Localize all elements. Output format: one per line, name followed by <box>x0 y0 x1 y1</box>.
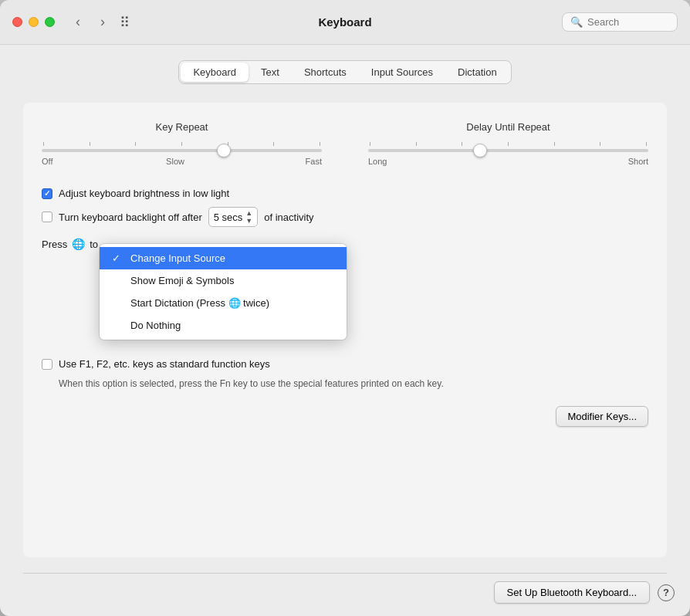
dropdown-item-label: Start Dictation (Press 🌐 twice) <box>130 297 269 309</box>
modifier-keys-button[interactable]: Modifier Keys... <box>556 406 648 427</box>
dropdown-item-label: Change Input Source <box>130 252 225 264</box>
key-repeat-fast-label: Fast <box>306 157 322 166</box>
delay-repeat-label: Delay Until Repeat <box>466 121 550 133</box>
delay-repeat-sublabels: Long Short <box>368 157 648 166</box>
tab-dictation[interactable]: Dictation <box>445 63 509 82</box>
nav-buttons: ‹ › <box>67 12 113 33</box>
sliders-row: Key Repeat <box>42 121 648 166</box>
globe-icon: 🌐 <box>72 238 85 250</box>
backlight-suffix: of inactivity <box>264 212 313 223</box>
delay-long-label: Long <box>368 157 387 166</box>
key-repeat-ticks <box>42 142 322 146</box>
key-repeat-track-container <box>42 142 322 152</box>
press-suffix: to <box>90 239 98 250</box>
tick <box>43 142 44 146</box>
delay-repeat-ticks <box>368 142 648 146</box>
stepper-arrows[interactable]: ▲ ▼ <box>245 209 252 225</box>
check-icon: ✓ <box>112 252 124 264</box>
stepper-down-icon[interactable]: ▼ <box>245 217 252 225</box>
backlight-prefix: Turn keyboard backlight off after <box>59 212 202 223</box>
key-repeat-slow-label: Slow <box>166 157 184 166</box>
search-box[interactable]: 🔍 <box>562 12 678 32</box>
tick <box>273 142 274 146</box>
press-prefix: Press <box>42 239 67 250</box>
key-repeat-off-label: Off <box>42 157 52 166</box>
dropdown-item-show-emoji[interactable]: Show Emoji & Symbols <box>100 269 347 292</box>
key-repeat-slider[interactable] <box>42 149 322 152</box>
dropdown-item-do-nothing[interactable]: Do Nothing <box>100 314 347 337</box>
traffic-lights <box>12 17 55 27</box>
f1-checkbox[interactable] <box>42 359 52 370</box>
close-button[interactable] <box>12 17 22 27</box>
tab-input-sources[interactable]: Input Sources <box>359 63 445 82</box>
brightness-label: Adjust keyboard brightness in low light <box>59 188 229 199</box>
search-icon: 🔍 <box>570 16 583 28</box>
f1-label: Use F1, F2, etc. keys as standard functi… <box>59 358 270 370</box>
tab-bar: Keyboard Text Shortcuts Input Sources Di… <box>23 60 667 84</box>
brightness-checkbox[interactable] <box>42 188 52 199</box>
backlight-stepper[interactable]: 5 secs ▲ ▼ <box>208 207 259 227</box>
help-button[interactable]: ? <box>658 584 675 601</box>
titlebar: ‹ › ⠿ Keyboard 🔍 <box>0 0 690 45</box>
main-window: ‹ › ⠿ Keyboard 🔍 Keyboard Text Shortcuts… <box>0 0 690 616</box>
tick <box>600 142 600 146</box>
press-globe-row: Press 🌐 to ✓ Change Input Source Show Em… <box>42 238 648 250</box>
footer: Set Up Bluetooth Keyboard... ? <box>0 574 690 616</box>
tick <box>462 142 462 146</box>
dropdown-item-label: Do Nothing <box>130 320 181 331</box>
tick <box>320 142 320 146</box>
dropdown-item-change-input[interactable]: ✓ Change Input Source <box>100 247 347 269</box>
backlight-row: Turn keyboard backlight off after 5 secs… <box>42 207 648 227</box>
tab-keyboard[interactable]: Keyboard <box>181 63 249 82</box>
maximize-button[interactable] <box>45 17 55 27</box>
bluetooth-keyboard-button[interactable]: Set Up Bluetooth Keyboard... <box>494 581 650 604</box>
tick <box>135 142 136 146</box>
forward-button[interactable]: › <box>92 12 113 33</box>
key-repeat-sublabels: Off Slow Fast <box>42 157 322 166</box>
dropdown-menu: ✓ Change Input Source Show Emoji & Symbo… <box>100 244 347 340</box>
key-repeat-group: Key Repeat <box>42 121 322 166</box>
window-title: Keyboard <box>318 15 371 29</box>
delay-short-label: Short <box>628 157 648 166</box>
content-area: Keyboard Text Shortcuts Input Sources Di… <box>0 45 690 573</box>
tick <box>416 142 417 146</box>
f1-row: Use F1, F2, etc. keys as standard functi… <box>42 358 648 370</box>
tick <box>181 142 182 146</box>
stepper-up-icon[interactable]: ▲ <box>245 209 252 217</box>
brightness-row: Adjust keyboard brightness in low light <box>42 188 648 199</box>
search-input[interactable] <box>587 16 669 28</box>
minimize-button[interactable] <box>29 17 39 27</box>
delay-repeat-track-container <box>368 142 648 152</box>
dropdown-item-label: Show Emoji & Symbols <box>130 275 234 286</box>
dropdown-item-start-dictation[interactable]: Start Dictation (Press 🌐 twice) <box>100 292 347 314</box>
delay-repeat-thumb[interactable] <box>473 144 487 157</box>
back-button[interactable]: ‹ <box>67 12 89 33</box>
tick <box>370 142 370 146</box>
backlight-checkbox[interactable] <box>42 212 52 222</box>
tick <box>508 142 509 146</box>
tab-shortcuts[interactable]: Shortcuts <box>292 63 359 82</box>
app-grid-icon[interactable]: ⠿ <box>120 14 130 31</box>
f1-note: When this option is selected, press the … <box>42 377 648 391</box>
delay-repeat-group: Delay Until Repeat <box>368 121 648 166</box>
tick <box>90 142 90 146</box>
delay-repeat-slider[interactable] <box>368 149 648 152</box>
stepper-value: 5 secs <box>214 212 243 223</box>
tick <box>646 142 647 146</box>
tab-container: Keyboard Text Shortcuts Input Sources Di… <box>178 60 511 84</box>
tick <box>554 142 555 146</box>
tab-text[interactable]: Text <box>249 63 292 82</box>
key-repeat-thumb[interactable] <box>217 144 231 157</box>
key-repeat-label: Key Repeat <box>156 121 208 133</box>
settings-panel: Key Repeat <box>23 103 667 557</box>
